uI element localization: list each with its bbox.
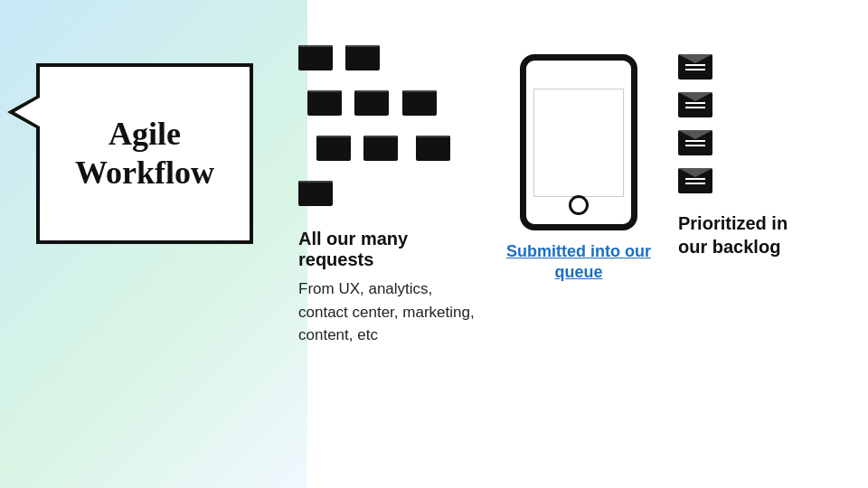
envelope-icon xyxy=(402,90,437,119)
envelope-icon xyxy=(316,136,351,164)
right-text: Prioritized in our backlog xyxy=(678,211,805,258)
envelope-icon xyxy=(354,90,389,119)
home-button xyxy=(569,195,589,215)
envelope-icon xyxy=(416,136,450,164)
bubble-title: Agile Workflow xyxy=(75,115,214,192)
submitted-link[interactable]: Submitted into our queue xyxy=(506,242,651,281)
middle-subtext: From UX, analytics, contact center, mark… xyxy=(298,277,479,347)
phone-screen xyxy=(533,89,624,197)
middle-heading: All our many requests xyxy=(298,229,479,270)
envelope-open-icon xyxy=(678,130,712,159)
middle-section: All our many requests From UX, analytics… xyxy=(298,36,479,347)
main-layout: Agile Workflow xyxy=(0,0,868,488)
right-heading: Prioritized in our backlog xyxy=(678,211,805,258)
right-envelopes xyxy=(678,54,712,197)
envelope-icon xyxy=(298,45,333,74)
phone-caption: Submitted into our queue xyxy=(506,241,651,284)
right-section: Prioritized in our backlog xyxy=(678,54,805,258)
envelope-open-icon xyxy=(678,168,712,197)
envelope-icon xyxy=(307,90,342,119)
envelope-open-icon xyxy=(678,54,712,83)
phone-section: Submitted into our queue xyxy=(506,54,651,284)
speech-bubble: Agile Workflow xyxy=(36,63,253,244)
envelope-diagram xyxy=(298,36,497,212)
envelope-icon xyxy=(298,181,333,210)
phone-device xyxy=(520,54,637,230)
envelope-icon xyxy=(363,136,398,164)
envelope-icon xyxy=(345,45,380,74)
envelope-open-icon xyxy=(678,92,712,121)
middle-text: All our many requests From UX, analytics… xyxy=(298,229,479,347)
